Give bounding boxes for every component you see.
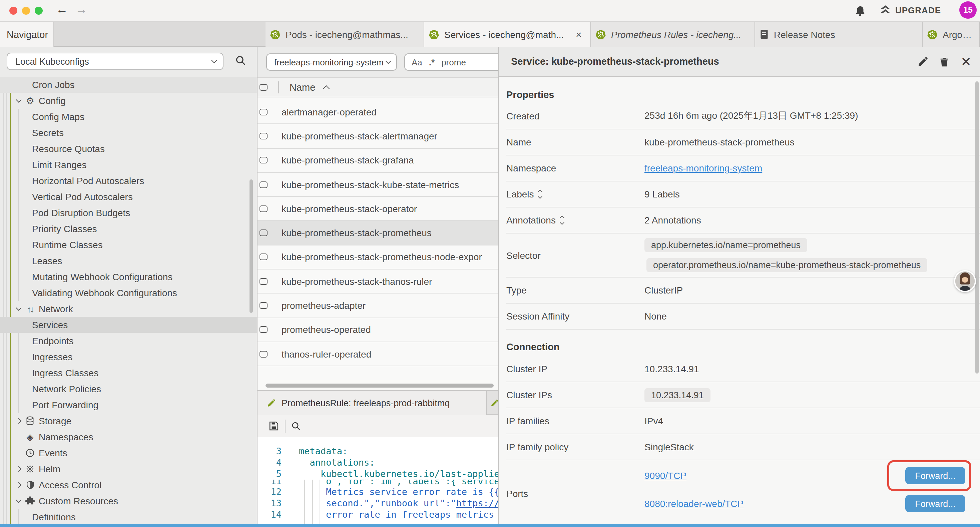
forward-button[interactable]: Forward...	[905, 467, 965, 484]
bell-icon[interactable]	[854, 5, 866, 17]
row-checkbox[interactable]	[259, 326, 267, 333]
namespace-link[interactable]: freeleaps-monitoring-system	[644, 163, 762, 174]
notification-count-badge[interactable]: 15	[959, 2, 977, 19]
row-checkbox[interactable]	[259, 205, 267, 212]
kubeconfig-selector[interactable]: Local Kubeconfigs	[7, 53, 223, 70]
window-tab-4[interactable]: Release Notes	[755, 22, 923, 47]
sidebar-item-config-maps[interactable]: Config Maps	[0, 109, 258, 125]
yaml-editor[interactable]: 3metadata:4 annotations:5 kubectl.kubern…	[258, 437, 498, 524]
editor-tab-prometheusrule[interactable]: PrometheusRule: freeleaps-prod-rabbitmq	[258, 391, 487, 415]
sidebar-scrollbar[interactable]	[250, 180, 253, 313]
sidebar-item-custom-resources[interactable]: Custom Resources	[0, 493, 258, 509]
close-icon[interactable]: ✕	[961, 56, 971, 68]
chevron-down-icon[interactable]	[15, 305, 23, 313]
close-tab-icon[interactable]: ×	[576, 29, 582, 40]
chevron-down-icon[interactable]	[15, 497, 23, 505]
expand-collapse-icon[interactable]	[539, 190, 542, 198]
list-search-input[interactable]: Aa .* prome	[404, 53, 498, 71]
table-row[interactable]: kube-prometheus-stack-grafana	[258, 148, 498, 173]
url-link[interactable]: https://net	[456, 498, 498, 508]
sidebar-item-limit-ranges[interactable]: Limit Ranges	[0, 157, 258, 173]
user-avatar[interactable]	[954, 270, 976, 292]
sidebar-item-horizontal-pod-autoscalers[interactable]: Horizontal Pod Autoscalers	[0, 173, 258, 189]
regex-toggle[interactable]: .*	[429, 57, 434, 67]
row-checkbox[interactable]	[259, 278, 267, 285]
edit-icon[interactable]	[917, 56, 928, 67]
sidebar-item-network[interactable]: ↑↓Network	[0, 301, 258, 317]
sidebar-search-icon[interactable]	[235, 55, 246, 66]
row-checkbox[interactable]	[259, 350, 267, 357]
window-tab-3[interactable]: Prometheus Rules - icecheng...	[591, 22, 755, 47]
row-checkbox[interactable]	[259, 157, 267, 164]
sidebar-item-mutating-webhook-configurations[interactable]: Mutating Webhook Configurations	[0, 269, 258, 285]
sidebar-item-pod-disruption-budgets[interactable]: Pod Disruption Budgets	[0, 205, 258, 221]
table-row[interactable]: kube-prometheus-stack-prometheus-node-ex…	[258, 245, 498, 270]
sidebar-item-leases[interactable]: Leases	[0, 253, 258, 269]
table-row[interactable]: alertmanager-operated	[258, 100, 498, 124]
table-row[interactable]: kube-prometheus-stack-thanos-ruler	[258, 269, 498, 294]
sidebar-item-ingress-classes[interactable]: Ingress Classes	[0, 365, 258, 381]
match-case-toggle[interactable]: Aa	[412, 57, 422, 67]
table-row[interactable]: kube-prometheus-stack-alertmanager	[258, 124, 498, 149]
forward-icon[interactable]: →	[75, 3, 88, 17]
table-row[interactable]: prometheus-adapter	[258, 294, 498, 318]
upgrade-button[interactable]: UPGRADE	[879, 5, 941, 15]
forward-button[interactable]: Forward...	[905, 495, 965, 512]
sidebar-item-port-forwarding[interactable]: Port Forwarding	[0, 397, 258, 413]
chevron-right-icon[interactable]	[15, 465, 23, 473]
row-checkbox[interactable]	[259, 108, 267, 115]
sort-ascending-icon[interactable]	[323, 85, 329, 92]
maximize-window-button[interactable]	[35, 7, 43, 15]
sidebar-item-helm[interactable]: Helm	[0, 461, 258, 477]
port-link[interactable]: 8080:reloader-web/TCP	[644, 498, 743, 509]
select-all-checkbox[interactable]	[259, 84, 267, 91]
window-tab-2[interactable]: Services - icecheng@math...×	[424, 22, 591, 47]
row-checkbox[interactable]	[259, 229, 267, 236]
sidebar-item-access-control[interactable]: Access Control	[0, 477, 258, 493]
sidebar-item-storage[interactable]: Storage	[0, 413, 258, 429]
row-checkbox[interactable]	[259, 254, 267, 261]
table-row[interactable]: kube-prometheus-stack-prometheus	[258, 221, 498, 245]
save-icon[interactable]	[269, 421, 279, 431]
sidebar-item-namespaces[interactable]: ◈Namespaces	[0, 429, 258, 445]
sidebar-item-events[interactable]: Events	[0, 445, 258, 461]
sidebar-item-priority-classes[interactable]: Priority Classes	[0, 221, 258, 237]
detail-scrollbar[interactable]	[975, 81, 978, 374]
chevron-down-icon[interactable]	[15, 97, 23, 105]
table-horizontal-scrollbar[interactable]	[266, 384, 494, 388]
delete-icon[interactable]	[939, 56, 949, 67]
table-row[interactable]: thanos-ruler-operated	[258, 342, 498, 366]
sidebar-item-services[interactable]: Services	[0, 317, 258, 333]
sidebar-item-network-policies[interactable]: Network Policies	[0, 381, 258, 397]
sidebar-item-ingresses[interactable]: Ingresses	[0, 349, 258, 365]
row-checkbox[interactable]	[259, 133, 267, 139]
sidebar-item-resource-quotas[interactable]: Resource Quotas	[0, 141, 258, 157]
editor-search-icon[interactable]	[291, 421, 301, 431]
expand-collapse-icon[interactable]	[560, 216, 564, 224]
table-row[interactable]: prometheus-operated	[258, 318, 498, 342]
sidebar-item-vertical-pod-autoscalers[interactable]: Vertical Pod Autoscalers	[0, 189, 258, 205]
sidebar-item-endpoints[interactable]: Endpoints	[0, 333, 258, 349]
sidebar-item-cron-jobs[interactable]: Cron Jobs	[0, 77, 258, 93]
namespace-filter-dropdown[interactable]: freeleaps-monitoring-system	[266, 53, 397, 71]
sidebar-item-secrets[interactable]: Secrets	[0, 125, 258, 141]
editor-tab-partial[interactable]	[488, 391, 498, 415]
port-link[interactable]: 9090/TCP	[644, 470, 686, 481]
table-row[interactable]: kube-prometheus-stack-operator	[258, 197, 498, 221]
back-icon[interactable]: ←	[56, 3, 68, 17]
minimize-window-button[interactable]	[22, 7, 30, 15]
window-tab-5[interactable]: Argo Se	[923, 22, 980, 47]
sidebar-item-config[interactable]: ⚙Config	[0, 93, 258, 109]
sidebar-item-runtime-classes[interactable]: Runtime Classes	[0, 237, 258, 253]
row-checkbox[interactable]	[259, 302, 267, 309]
chevron-right-icon[interactable]	[15, 417, 23, 425]
sidebar-item-definitions[interactable]: Definitions	[0, 509, 258, 524]
close-window-button[interactable]	[10, 7, 18, 15]
chevron-right-icon[interactable]	[15, 481, 23, 489]
sidebar-item-validating-webhook-configurations[interactable]: Validating Webhook Configurations	[0, 285, 258, 301]
name-column-header[interactable]: Name	[290, 82, 315, 93]
row-checkbox[interactable]	[259, 181, 267, 188]
table-row[interactable]: kube-prometheus-stack-kube-state-metrics	[258, 173, 498, 197]
navigator-panel-tab[interactable]: Navigator	[0, 22, 54, 47]
window-tab-1[interactable]: Pods - icecheng@mathmas...	[266, 22, 424, 47]
